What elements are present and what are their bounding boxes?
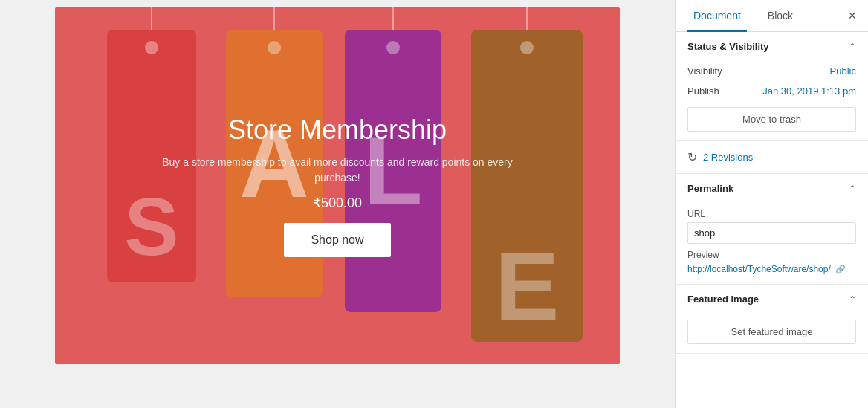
permalink-preview-row: http://localhost/TycheSoftware/shop/ 🔗 <box>687 262 856 275</box>
status-visibility-title: Status & Visibility <box>687 41 769 52</box>
visibility-row: Visibility Public <box>676 61 868 81</box>
visibility-label: Visibility <box>687 65 722 77</box>
revisions-text: 2 Revisions <box>703 152 753 163</box>
banner: S A L E Store Membership Buy a store mem… <box>55 7 620 364</box>
featured-image-content: Set featured image <box>676 314 868 353</box>
revisions-row[interactable]: ↻ 2 Revisions <box>676 141 868 173</box>
tab-block[interactable]: Block <box>762 1 799 32</box>
tab-document[interactable]: Document <box>687 1 747 32</box>
revisions-section: ↻ 2 Revisions <box>676 141 868 174</box>
featured-image-chevron-icon: ⌃ <box>849 294 856 305</box>
banner-title: Store Membership <box>228 114 447 146</box>
status-visibility-header[interactable]: Status & Visibility ⌃ <box>676 32 868 61</box>
set-featured-image-button[interactable]: Set featured image <box>687 320 856 344</box>
external-link-icon[interactable]: 🔗 <box>835 265 846 274</box>
sidebar: Document Block × Status & Visibility ⌃ V… <box>675 0 868 408</box>
close-icon[interactable]: × <box>848 9 856 22</box>
visibility-value[interactable]: Public <box>830 65 856 77</box>
publish-label: Publish <box>687 85 719 97</box>
banner-subtitle: Buy a store membership to avail more dis… <box>159 155 516 186</box>
permalink-url-input[interactable] <box>687 222 856 244</box>
featured-image-section: Featured Image ⌃ Set featured image <box>676 285 868 354</box>
featured-image-title: Featured Image <box>687 294 759 305</box>
permalink-preview-link[interactable]: http://localhost/TycheSoftware/shop/ <box>687 264 831 274</box>
banner-price: ₹500.00 <box>313 195 362 211</box>
sidebar-tabs: Document Block × <box>676 0 868 32</box>
status-visibility-section: Status & Visibility ⌃ Visibility Public … <box>676 32 868 141</box>
permalink-chevron-icon: ⌃ <box>849 184 856 194</box>
chevron-up-icon: ⌃ <box>849 42 856 52</box>
permalink-content: URL Preview http://localhost/TycheSoftwa… <box>676 203 868 284</box>
permalink-header[interactable]: Permalink ⌃ <box>676 174 868 203</box>
permalink-title: Permalink <box>687 183 733 194</box>
publish-row: Publish Jan 30, 2019 1:13 pm <box>676 81 868 101</box>
featured-image-header[interactable]: Featured Image ⌃ <box>676 285 868 314</box>
shop-now-button[interactable]: Shop now <box>284 223 390 257</box>
revisions-icon: ↻ <box>687 150 697 164</box>
main-content: S A L E Store Membership Buy a store mem… <box>0 0 675 408</box>
banner-text-overlay: Store Membership Buy a store membership … <box>55 7 620 364</box>
permalink-section: Permalink ⌃ URL Preview http://localhost… <box>676 174 868 285</box>
permalink-url-label: URL <box>687 209 856 219</box>
permalink-preview-label: Preview <box>687 250 856 260</box>
publish-value[interactable]: Jan 30, 2019 1:13 pm <box>762 85 856 97</box>
move-to-trash-button[interactable]: Move to trash <box>687 107 856 132</box>
